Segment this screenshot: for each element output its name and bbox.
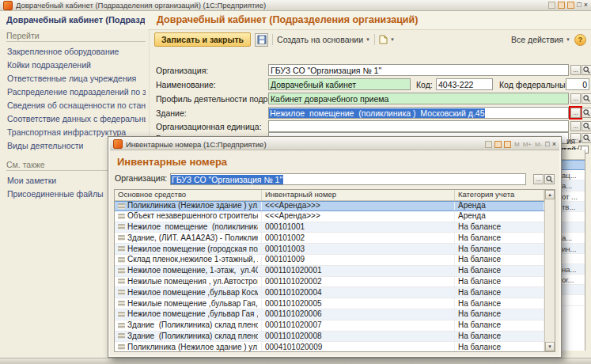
table-row[interactable]: Нежилое помещение ,бульвар Космонавтов,д… <box>115 287 544 298</box>
code-field[interactable]: 4043-222 <box>436 78 493 90</box>
column-header[interactable]: Основное средство <box>115 190 262 200</box>
accounting-category: На балансе <box>455 244 544 254</box>
dialog-organization-ellipsis-button[interactable]: ... <box>533 174 544 184</box>
building-search-icon[interactable] <box>582 108 591 118</box>
table-row[interactable]: Нежилые помещения , ул.Автостроителей, д… <box>115 277 544 288</box>
accounting-category: Аренда <box>455 202 544 210</box>
window-tool-icon[interactable] <box>504 141 511 148</box>
asset-icon <box>118 279 125 284</box>
dialog-organization-field[interactable]: ГБУЗ СО "Организация № 1" <box>170 173 526 185</box>
scale-button[interactable]: М- <box>534 141 543 148</box>
table-row[interactable]: Здание (Поликлиника) склад пленок0001101… <box>115 320 544 332</box>
name-field[interactable]: Доврачебный кабинет <box>268 78 411 90</box>
save-icon[interactable] <box>255 33 268 47</box>
scroll-up-icon[interactable]: ▲ <box>545 190 555 199</box>
1c-logo-icon <box>3 1 13 10</box>
background-row-fragment: а... <box>559 180 585 191</box>
table-row[interactable]: Нежилое помещение, 1-этаж, ул.40 лет Поб… <box>115 266 544 277</box>
accounting-category: На балансе <box>455 222 544 233</box>
app-window: Доврачебный кабинет (Подразделения орган… <box>0 0 591 364</box>
inventory-number: 0001101020006 <box>262 309 455 320</box>
inventory-number: <<<Аренда>>> <box>262 211 455 222</box>
table-row[interactable]: Нежилое помещение ,бульвар Гая , д.22000… <box>115 309 544 320</box>
window-tool-icon[interactable] <box>567 2 574 9</box>
inventory-number: 0001101020004 <box>262 287 455 298</box>
asset-name: Здание (Поликлиника) склад пленок <box>127 332 258 341</box>
chevron-down-icon: ▼ <box>366 37 370 42</box>
table-row[interactable]: Нежилые помещение ,бульвар Гая, д.500011… <box>115 298 544 309</box>
nav-panel-header[interactable]: Доврачебный кабинет (Подразделения ... <box>6 15 145 25</box>
building-ellipsis-button[interactable]: ... <box>570 108 581 118</box>
dialog-organization-selected-text: ГБУЗ СО "Организация № 1" <box>171 175 283 184</box>
sidebar-item[interactable]: Закрепленное оборудование <box>6 44 146 58</box>
save-close-button[interactable]: Записать и закрыть <box>154 32 251 47</box>
table-row[interactable]: Объект незавершенного строительства №29-… <box>115 211 544 222</box>
table-row[interactable]: Поликлиника (Нежилое здание ) ул. Автост… <box>115 201 544 211</box>
table-row[interactable]: Здание (Поликлиника) склад пленок0001101… <box>115 332 544 343</box>
window-tool-icon[interactable] <box>548 2 555 9</box>
column-header[interactable]: Категория учета <box>455 190 544 200</box>
profile-ellipsis-button[interactable]: ... <box>570 93 581 104</box>
dialog-close-button[interactable]: × <box>552 141 556 148</box>
org-unit-field[interactable] <box>268 120 569 132</box>
asset-icon <box>118 246 125 252</box>
print-menu[interactable]: ▼ <box>379 35 395 44</box>
asset-name: Нежилое помещение (городская поликлиника… <box>127 245 258 254</box>
background-row-fragment <box>559 212 585 222</box>
window-tool-icon[interactable] <box>494 141 502 148</box>
toolbar-separator <box>272 34 273 45</box>
sidebar-item[interactable]: Распределение подразделений по зданиям <box>6 85 146 98</box>
scale-button[interactable]: М <box>513 141 521 148</box>
sidebar-item[interactable]: Ответственные лица учреждения <box>6 71 146 85</box>
maximize-button[interactable]: □ <box>577 2 581 9</box>
dialog-maximize-button[interactable]: □ <box>545 141 549 148</box>
parent-unit-search-icon[interactable] <box>582 133 591 143</box>
inventory-number: 0001101020007 <box>262 320 455 331</box>
all-actions-menu[interactable]: Все действия▼ <box>511 35 570 44</box>
sidebar-item[interactable]: Сведения об оснащенности по стандарту <box>6 98 146 112</box>
organization-field[interactable]: ГБУЗ СО "Организация № 1" <box>268 64 569 76</box>
profile-search-icon[interactable] <box>582 93 591 104</box>
background-all-actions-fragment: ия ▼ <box>566 137 582 146</box>
organization-ellipsis-button[interactable]: ... <box>570 65 581 75</box>
building-field[interactable]: Нежилое помещение (поликлиника ) Московс… <box>268 107 569 119</box>
asset-name: Здание, (ЛИТ. АА1А2А3) - Поликлиника №2,… <box>127 233 258 243</box>
asset-name: Склад пленок,нежилое 1-этажный, лит.А, М… <box>127 255 258 264</box>
inventory-table-header: Основное средство Инвентарный номер Кате… <box>115 190 544 201</box>
help-icon[interactable]: ? <box>574 34 586 46</box>
inventory-number: 000101002 <box>262 233 455 243</box>
accounting-category: На балансе <box>455 266 544 276</box>
vertical-scrollbar[interactable]: ▲ ▼ <box>544 190 555 351</box>
table-row[interactable]: Здание, (ЛИТ. АА1А2А3) - Поликлиника №2,… <box>115 233 544 244</box>
document-icon <box>379 35 388 44</box>
inventory-number: 0001101020005 <box>262 298 455 309</box>
create-based-on-menu[interactable]: Создать на основании▼ <box>277 35 370 44</box>
accounting-category: На балансе <box>455 298 544 309</box>
column-header[interactable]: Инвентарный номер <box>262 190 455 200</box>
table-row[interactable]: Нежилое помещение (поликлиника ) Московс… <box>115 222 544 233</box>
background-table-header <box>559 150 585 160</box>
scroll-down-icon[interactable]: ▼ <box>545 342 555 351</box>
sidebar-item[interactable]: Койки подразделений <box>6 58 146 71</box>
dialog-organization-search-icon[interactable] <box>544 174 555 184</box>
scale-button[interactable]: М+ <box>522 141 532 148</box>
asset-icon <box>118 290 125 295</box>
org-unit-ellipsis-button[interactable]: ... <box>570 121 581 131</box>
background-row-fragment <box>559 254 585 264</box>
org-unit-search-icon[interactable] <box>582 121 591 131</box>
organization-search-icon[interactable] <box>582 65 591 75</box>
table-row[interactable]: Склад пленок,нежилое 1-этажный, лит.А, М… <box>115 255 544 266</box>
profile-field[interactable]: Кабинет доврачебного приема <box>268 93 569 104</box>
sidebar-item[interactable]: Соответствие данных с федеральным сервис… <box>6 112 146 125</box>
asset-icon <box>118 203 125 209</box>
background-row-fragment: ин... <box>559 244 585 254</box>
close-button[interactable]: × <box>584 2 588 9</box>
table-row[interactable]: Нежилое помещение (городская поликлиника… <box>115 244 544 255</box>
asset-name: Нежилое помещение, 1-этаж, ул.40 лет Поб… <box>127 266 258 275</box>
asset-name: Нежилое помещение (поликлиника ) Московс… <box>127 222 258 232</box>
window-tool-icon[interactable] <box>485 141 492 148</box>
fed-code-field[interactable]: 0 <box>566 78 589 90</box>
table-row[interactable]: Поликлиника (Нежилое здание ) ул. Автост… <box>115 342 544 351</box>
inventory-number: 0001101020008 <box>262 332 455 342</box>
window-tool-icon[interactable] <box>558 2 565 9</box>
